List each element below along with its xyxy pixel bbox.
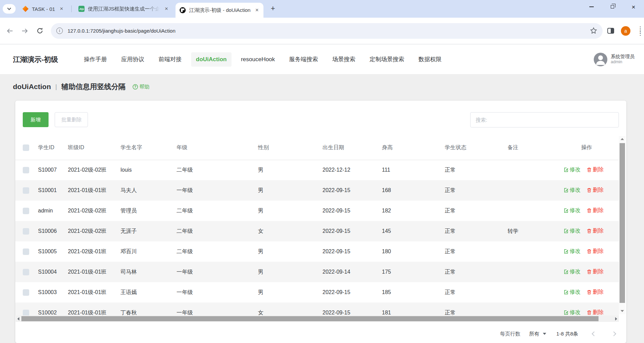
cell-classId: 2021-01级-01班 [68, 180, 121, 201]
tab-close-icon[interactable]: × [163, 6, 169, 12]
delete-action[interactable]: 删除 [587, 227, 604, 235]
cell-remark [508, 241, 564, 262]
edit-action[interactable]: 修改 [564, 248, 581, 255]
column-header-0: 学生ID [38, 136, 68, 160]
row-checkbox[interactable] [23, 289, 29, 296]
browser-tab-strip: TASK - 01 × Jhjs 使用江湖JS框架快速生成一个企 × 江湖演示-… [0, 0, 644, 18]
cell-height: 168 [382, 180, 445, 201]
title-separator: | [51, 83, 61, 90]
browser-profile-avatar[interactable]: a [621, 26, 630, 36]
cell-gender: 男 [258, 262, 323, 282]
nav-item-5[interactable]: 服务端搜索 [284, 52, 323, 67]
student-table: 学生ID班级ID学生名字年级性别出生日期身高学生状态备注操作 S10007202… [15, 136, 619, 315]
nav-item-2[interactable]: 前端对接 [154, 52, 186, 67]
cell-status: 正常 [445, 160, 508, 180]
table-row-5: S100042021-01级-01班司马林一年级男2022-09-14175正常… [15, 262, 619, 282]
nav-item-6[interactable]: 场景搜索 [328, 52, 360, 67]
window-minimize-button[interactable] [581, 0, 602, 14]
vertical-scroll-thumb[interactable] [620, 143, 625, 303]
select-all-checkbox[interactable] [23, 144, 29, 151]
table-row-0: S100072021-02级-02班louis二年级男2022-12-12111… [15, 160, 619, 180]
cell-remark [508, 201, 564, 221]
row-checkbox[interactable] [23, 167, 29, 173]
next-page-button[interactable] [611, 331, 616, 336]
column-header-3: 年级 [177, 136, 258, 160]
edit-action[interactable]: 修改 [564, 268, 581, 275]
help-question-icon: ? [132, 84, 138, 90]
scroll-right-arrow-icon[interactable] [613, 315, 619, 322]
help-link[interactable]: ? 帮助 [132, 84, 150, 90]
nav-item-0[interactable]: 操作手册 [79, 52, 112, 67]
column-header-2: 学生名字 [121, 136, 177, 160]
edit-action[interactable]: 修改 [564, 309, 581, 315]
nav-item-7[interactable]: 定制场景搜索 [365, 52, 409, 67]
tab-close-icon[interactable]: × [58, 6, 65, 12]
user-block[interactable]: 系统管理员 admin [594, 53, 634, 66]
delete-action[interactable]: 删除 [587, 309, 604, 315]
row-checkbox[interactable] [23, 208, 29, 214]
nav-item-3[interactable]: doUiAction [191, 52, 232, 67]
tab-search-button[interactable] [3, 4, 16, 14]
cell-studentId: S10002 [38, 303, 68, 315]
reload-button[interactable] [33, 24, 46, 37]
batch-delete-button[interactable]: 批量删除 [55, 112, 88, 127]
delete-action[interactable]: 删除 [587, 187, 604, 194]
edit-action[interactable]: 修改 [564, 289, 581, 296]
cell-birthDate: 2022-09-14 [323, 262, 382, 282]
edit-action[interactable]: 修改 [564, 187, 581, 194]
column-header-8: 备注 [508, 136, 564, 160]
url-text[interactable]: 127.0.0.1:7205/jianghujs-basic/page/doUi… [68, 28, 590, 34]
table-row-2: admin2021-02级-02班管理员二年级男2022-09-15182正常修… [15, 201, 619, 221]
edit-action[interactable]: 修改 [564, 207, 581, 214]
tab-close-icon[interactable]: × [254, 7, 260, 13]
edit-action[interactable]: 修改 [564, 227, 581, 235]
search-input[interactable] [470, 112, 619, 127]
delete-action[interactable]: 删除 [587, 289, 604, 296]
app-favicon-icon [180, 7, 186, 13]
browser-tab-task01[interactable]: TASK - 01 × [18, 3, 68, 15]
cell-status: 正常 [445, 241, 508, 262]
card-toolbar: 新增 批量删除 [23, 112, 619, 127]
new-tab-button[interactable]: + [268, 4, 278, 14]
close-icon: × [631, 4, 635, 10]
horizontal-scrollbar[interactable] [16, 315, 619, 322]
vertical-scrollbar[interactable] [619, 136, 626, 314]
back-button[interactable] [3, 24, 16, 37]
cell-birthDate: 2022-09-15 [323, 180, 382, 201]
tab-title: 江湖演示-初级 - doUiAction [189, 7, 251, 14]
nav-item-1[interactable]: 应用协议 [116, 52, 149, 67]
address-bar[interactable]: i 127.0.0.1:7205/jianghujs-basic/page/do… [51, 23, 603, 39]
row-checkbox[interactable] [23, 310, 29, 315]
scroll-left-arrow-icon[interactable] [16, 315, 21, 322]
bookmark-star-icon[interactable] [590, 27, 597, 34]
edit-action[interactable]: 修改 [564, 166, 581, 173]
column-header-6: 身高 [382, 136, 445, 160]
delete-action[interactable]: 删除 [587, 166, 604, 173]
row-checkbox[interactable] [23, 269, 29, 275]
cell-actions: 修改删除 [564, 180, 619, 201]
window-restore-button[interactable] [602, 0, 623, 14]
row-checkbox[interactable] [23, 248, 29, 255]
window-close-button[interactable]: × [623, 0, 644, 14]
scroll-up-arrow-icon[interactable] [619, 136, 626, 142]
row-checkbox[interactable] [23, 228, 29, 235]
previous-page-button[interactable] [592, 331, 596, 336]
browser-tab-jianghujs-doc[interactable]: Jhjs 使用江湖JS框架快速生成一个企 × [74, 3, 173, 15]
add-button[interactable]: 新增 [23, 112, 49, 127]
forward-button[interactable] [18, 24, 31, 37]
row-checkbox[interactable] [23, 187, 29, 194]
horizontal-scroll-thumb[interactable] [21, 316, 599, 321]
delete-action[interactable]: 删除 [587, 268, 604, 275]
browser-menu-kebab-icon[interactable]: ⋮⋮⋮ [637, 28, 640, 34]
site-info-icon[interactable]: i [56, 28, 63, 34]
delete-action[interactable]: 删除 [587, 248, 604, 255]
scroll-down-arrow-icon[interactable] [619, 308, 626, 314]
cell-gender: 男 [258, 241, 323, 262]
cell-height: 185 [382, 282, 445, 303]
nav-item-4[interactable]: resouceHook [236, 52, 280, 67]
rows-per-page-select[interactable]: 所有 [529, 331, 546, 337]
nav-item-8[interactable]: 数据权限 [414, 52, 446, 67]
side-panel-icon[interactable] [607, 28, 614, 34]
delete-action[interactable]: 删除 [587, 207, 604, 214]
browser-tab-active-douiaction[interactable]: 江湖演示-初级 - doUiAction × [176, 3, 263, 18]
